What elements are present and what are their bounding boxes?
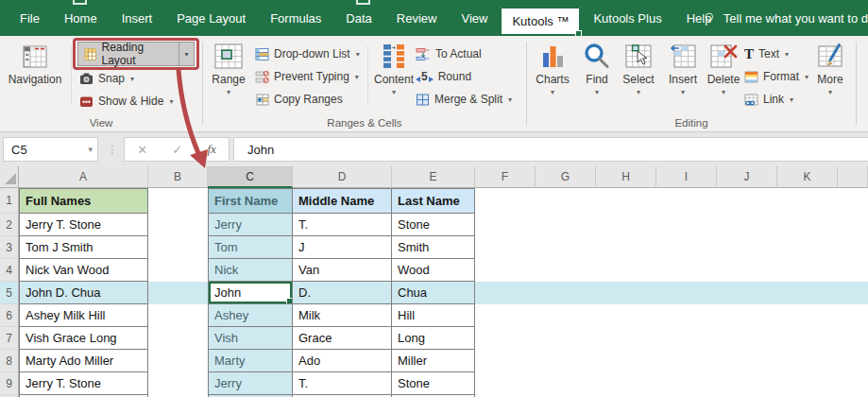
- row-header[interactable]: 5: [0, 282, 19, 304]
- cell[interactable]: [536, 327, 596, 350]
- row-header[interactable]: 3: [0, 236, 19, 259]
- cell[interactable]: [777, 350, 838, 372]
- cell[interactable]: Miller: [392, 350, 475, 372]
- ribbon-tab[interactable]: Review: [384, 0, 450, 36]
- cell[interactable]: [717, 188, 777, 214]
- cell[interactable]: [148, 327, 208, 350]
- cell[interactable]: [838, 259, 868, 282]
- cell[interactable]: [717, 327, 777, 350]
- cell[interactable]: [777, 372, 838, 395]
- cell[interactable]: Vish Grace Long: [19, 327, 148, 350]
- cell[interactable]: [838, 304, 868, 327]
- row-header[interactable]: 1: [0, 188, 19, 214]
- cell[interactable]: Last Name: [392, 188, 475, 214]
- cell[interactable]: [475, 372, 536, 395]
- row-header[interactable]: 2: [0, 214, 19, 236]
- round-button[interactable]: 5 Round: [416, 66, 471, 87]
- cell[interactable]: [717, 282, 777, 304]
- cell[interactable]: [656, 350, 717, 372]
- cell[interactable]: [838, 282, 868, 304]
- ribbon-tab[interactable]: Home: [52, 0, 110, 36]
- dropdown-list-button[interactable]: Drop-down List ▾: [255, 43, 360, 64]
- cell[interactable]: [777, 259, 838, 282]
- more-button[interactable]: More ▾: [808, 40, 852, 112]
- cell[interactable]: [148, 236, 208, 259]
- ribbon-tab[interactable]: Page Layout: [164, 0, 258, 36]
- column-header[interactable]: E: [392, 166, 475, 188]
- cell[interactable]: [536, 236, 596, 259]
- active-cell[interactable]: John: [208, 282, 293, 304]
- cell[interactable]: Jerry T. Stone: [19, 214, 148, 236]
- cell[interactable]: [717, 259, 777, 282]
- cell[interactable]: [148, 259, 208, 282]
- cell[interactable]: [148, 304, 208, 327]
- formula-input[interactable]: John: [233, 137, 868, 162]
- cell[interactable]: [838, 214, 868, 236]
- cell[interactable]: Van: [293, 259, 392, 282]
- column-header[interactable]: J: [717, 166, 777, 188]
- cell[interactable]: [475, 327, 536, 350]
- cell[interactable]: [717, 236, 777, 259]
- to-actual-button[interactable]: To Actual: [416, 43, 482, 64]
- text-button[interactable]: T Text ▾: [744, 43, 789, 64]
- ribbon-tab[interactable]: Formulas: [258, 0, 333, 36]
- cell[interactable]: [656, 327, 717, 350]
- cell[interactable]: [838, 327, 868, 350]
- column-header[interactable]: I: [656, 166, 717, 188]
- cell[interactable]: [536, 372, 596, 395]
- cell[interactable]: [777, 214, 838, 236]
- cell[interactable]: [777, 327, 838, 350]
- cell[interactable]: [838, 372, 868, 395]
- cell[interactable]: [536, 214, 596, 236]
- cell[interactable]: [777, 282, 838, 304]
- cell[interactable]: T.: [293, 214, 392, 236]
- cell[interactable]: Stone: [392, 214, 475, 236]
- select-all-corner[interactable]: [0, 166, 19, 188]
- insert-function-icon[interactable]: fx: [207, 142, 215, 157]
- cell[interactable]: Long: [392, 327, 475, 350]
- cell[interactable]: Milk: [293, 304, 392, 327]
- cell[interactable]: [777, 188, 838, 214]
- column-header-partial[interactable]: [838, 166, 868, 188]
- cell[interactable]: Ashey: [208, 304, 293, 327]
- cell[interactable]: [596, 259, 656, 282]
- cell[interactable]: [596, 236, 656, 259]
- delete-button[interactable]: Delete ▾: [703, 40, 744, 112]
- cell[interactable]: [656, 372, 717, 395]
- cell[interactable]: [717, 304, 777, 327]
- cell[interactable]: [536, 259, 596, 282]
- column-header[interactable]: D: [293, 166, 392, 188]
- cell[interactable]: [656, 259, 717, 282]
- cell[interactable]: [536, 282, 596, 304]
- copy-ranges-button[interactable]: Copy Ranges: [255, 89, 343, 110]
- cell[interactable]: Grace: [293, 327, 392, 350]
- cell[interactable]: [656, 214, 717, 236]
- snap-button[interactable]: Snap ▾: [79, 68, 134, 89]
- cell[interactable]: Smith: [392, 236, 475, 259]
- cell[interactable]: [717, 372, 777, 395]
- cell[interactable]: [148, 188, 208, 214]
- cell[interactable]: John D. Chua: [19, 282, 148, 304]
- cell[interactable]: Jerry T. Stone: [19, 372, 148, 395]
- cell[interactable]: [475, 350, 536, 372]
- cell[interactable]: [596, 214, 656, 236]
- row-header[interactable]: 4: [0, 259, 19, 282]
- row-header[interactable]: 7: [0, 327, 19, 350]
- row-header[interactable]: 6: [0, 304, 19, 327]
- cell[interactable]: [148, 350, 208, 372]
- cell[interactable]: Ashey Milk Hill: [19, 304, 148, 327]
- cell[interactable]: [475, 259, 536, 282]
- cell[interactable]: [656, 282, 717, 304]
- column-header[interactable]: B: [148, 166, 208, 188]
- column-header[interactable]: A: [19, 166, 148, 188]
- tell-me-box[interactable]: Tell me what you want to d: [704, 0, 868, 36]
- cell[interactable]: [536, 350, 596, 372]
- cell[interactable]: Ado: [293, 350, 392, 372]
- ribbon-tab[interactable]: File: [8, 0, 52, 36]
- name-box[interactable]: C5 ▾: [3, 137, 98, 162]
- prevent-typing-button[interactable]: Prevent Typing ▾: [255, 66, 359, 87]
- cell[interactable]: [777, 304, 838, 327]
- link-button[interactable]: Link ▾: [744, 89, 793, 110]
- ribbon-tab[interactable]: Kutools ™: [500, 7, 581, 36]
- cell[interactable]: Stone: [392, 372, 475, 395]
